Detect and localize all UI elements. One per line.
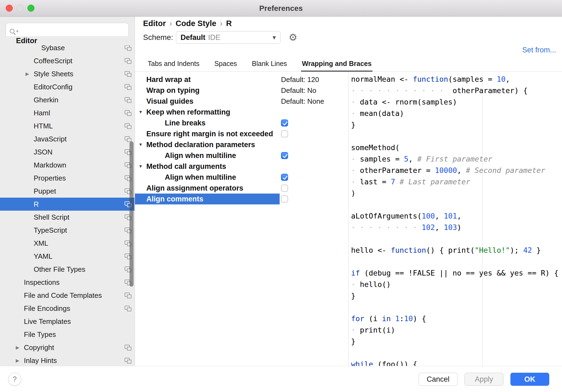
code-token: (samples = bbox=[448, 75, 497, 83]
setting-label-zone[interactable]: Align when multiline bbox=[135, 172, 280, 183]
sidebar-item-file-and-code-templates[interactable]: File and Code Templates bbox=[0, 289, 134, 302]
code-token bbox=[395, 178, 400, 186]
code-token: # First parameter bbox=[417, 155, 492, 163]
apply-button[interactable]: Apply bbox=[465, 373, 503, 386]
checkbox-line-breaks[interactable] bbox=[281, 119, 288, 127]
sidebar-item-xml[interactable]: XML bbox=[0, 237, 134, 250]
setting-label: Visual guides bbox=[135, 97, 194, 106]
code-token: print(i) bbox=[360, 326, 395, 334]
setting-label-zone[interactable]: Align when multiline bbox=[135, 150, 280, 161]
code-line: · · · · · · · · · · · otherParameter) { bbox=[351, 85, 562, 96]
sidebar-item-typescript[interactable]: TypeScript bbox=[0, 224, 134, 237]
search-filter-caret-icon: ▾ bbox=[16, 29, 18, 34]
tab-wrapping-and-braces[interactable]: Wrapping and Braces bbox=[301, 60, 372, 71]
tab-tabs-and-indents[interactable]: Tabs and Indents bbox=[147, 60, 200, 71]
per-language-badge-icon bbox=[125, 97, 130, 101]
checkbox-align-comments[interactable] bbox=[281, 195, 288, 203]
sidebar-item-file-encodings[interactable]: File Encodings bbox=[0, 302, 134, 315]
sidebar-item-copyright[interactable]: ▶Copyright bbox=[0, 341, 134, 354]
sidebar-item-live-templates[interactable]: Live Templates bbox=[0, 315, 134, 328]
sidebar-item-coffeescript[interactable]: CoffeeScript bbox=[0, 54, 134, 67]
sidebar-item-style-sheets[interactable]: ▶Style Sheets bbox=[0, 67, 134, 80]
setting-label-zone[interactable]: Ensure right margin is not exceeded bbox=[135, 128, 280, 139]
per-language-badge-icon bbox=[125, 227, 130, 232]
code-token: 10 bbox=[404, 314, 413, 323]
sidebar-item-yaml[interactable]: YAML bbox=[0, 250, 134, 263]
code-line: } bbox=[351, 119, 562, 131]
code-line: · last = 7 # Last parameter bbox=[351, 176, 562, 188]
sidebar-item-json[interactable]: JSON bbox=[0, 146, 134, 159]
sidebar-item-label: Inlay Hints bbox=[24, 356, 57, 365]
sidebar-item-javascript[interactable]: JavaScript bbox=[0, 132, 134, 146]
code-token: otherParameter = bbox=[360, 166, 435, 175]
ok-button[interactable]: OK bbox=[510, 373, 549, 386]
setting-label-zone[interactable]: Visual guides bbox=[135, 96, 280, 107]
setting-row-method-declaration-parameters: ▼Method declaration parameters bbox=[135, 139, 348, 150]
code-token: mean(data) bbox=[360, 109, 404, 118]
setting-label-zone[interactable]: ▼Method declaration parameters bbox=[135, 139, 280, 150]
sidebar-item-r[interactable]: R bbox=[0, 198, 134, 211]
sidebar-item-inlay-hints[interactable]: ▶Inlay Hints bbox=[0, 354, 134, 366]
search-input[interactable] bbox=[20, 27, 125, 35]
code-token: ) bbox=[457, 223, 461, 232]
breadcrumb: Editor›Code Style›R bbox=[143, 17, 232, 29]
code-token: ); bbox=[510, 246, 523, 254]
setting-label-zone[interactable]: Align assignment operators bbox=[135, 183, 280, 194]
setting-label-zone[interactable]: Hard wrap at bbox=[135, 74, 280, 85]
breadcrumb-item-r[interactable]: R bbox=[226, 19, 232, 28]
sidebar-item-properties[interactable]: Properties bbox=[0, 172, 134, 185]
sidebar-item-shell-script[interactable]: Shell Script bbox=[0, 211, 134, 224]
setting-label-zone[interactable]: ▼Keep when reformatting bbox=[135, 107, 280, 118]
code-line: · print(i) bbox=[351, 324, 562, 336]
scheme-select[interactable]: Default IDE ▾ bbox=[176, 31, 280, 44]
scheme-gear-icon[interactable]: ⚙ bbox=[289, 31, 297, 44]
sidebar-item-label: XML bbox=[34, 239, 48, 248]
code-token: } bbox=[351, 292, 355, 300]
checkbox-align-when-multiline[interactable] bbox=[281, 174, 288, 181]
code-token: } bbox=[351, 121, 355, 129]
setting-label: Align when multiline bbox=[135, 173, 236, 182]
breadcrumb-item-editor[interactable]: Editor bbox=[143, 19, 166, 28]
code-token: 103 bbox=[444, 223, 457, 232]
setting-label: Align assignment operators bbox=[135, 184, 243, 192]
code-token: while bbox=[351, 360, 373, 366]
setting-row-ensure-right-margin-is-not-exceeded: Ensure right margin is not exceeded bbox=[135, 128, 348, 139]
cancel-button[interactable]: Cancel bbox=[419, 373, 457, 386]
sidebar-item-label: CoffeeScript bbox=[34, 57, 72, 65]
sidebar-item-html[interactable]: HTML bbox=[0, 119, 134, 132]
set-from-link[interactable]: Set from... bbox=[522, 46, 556, 54]
checkbox-ensure-right-margin-is-not-exceeded[interactable] bbox=[281, 130, 288, 137]
code-token: · bbox=[351, 326, 360, 334]
sidebar-item-inspections[interactable]: Inspections bbox=[0, 276, 134, 289]
sidebar-item-markdown[interactable]: Markdown bbox=[0, 159, 134, 172]
sidebar-item-gherkin[interactable]: Gherkin bbox=[0, 93, 134, 106]
code-token: function bbox=[413, 75, 448, 83]
sidebar-item-label: Markdown bbox=[34, 161, 66, 169]
sidebar-section-editor[interactable]: Editor bbox=[0, 36, 134, 45]
sidebar-item-other-file-types[interactable]: Other File Types bbox=[0, 263, 134, 276]
code-token: (debug == !FALSE || no == yes && yes == … bbox=[360, 269, 559, 277]
setting-label-zone[interactable]: Align comments bbox=[135, 194, 280, 204]
setting-label-zone[interactable]: Wrap on typing bbox=[135, 85, 280, 96]
per-language-badge-icon bbox=[125, 254, 130, 258]
setting-label: Line breaks bbox=[135, 119, 206, 127]
setting-label-zone[interactable]: ▼Method call arguments bbox=[135, 161, 280, 172]
setting-label-zone[interactable]: Line breaks bbox=[135, 118, 280, 128]
sidebar-scrollbar[interactable] bbox=[130, 141, 134, 287]
help-button[interactable]: ? bbox=[8, 373, 21, 386]
checkbox-align-assignment-operators[interactable] bbox=[281, 185, 288, 192]
tab-blank-lines[interactable]: Blank Lines bbox=[251, 60, 288, 71]
sidebar-item-file-types[interactable]: File Types bbox=[0, 328, 134, 341]
breadcrumb-item-code-style[interactable]: Code Style bbox=[176, 19, 216, 28]
tab-spaces[interactable]: Spaces bbox=[213, 60, 238, 71]
code-token: 102 bbox=[422, 223, 435, 232]
per-language-badge-icon bbox=[125, 162, 130, 166]
sidebar-item-label: EditorConfig bbox=[34, 83, 72, 91]
titlebar[interactable]: Preferences bbox=[0, 0, 562, 17]
setting-row-align-assignment-operators: Align assignment operators bbox=[135, 183, 348, 194]
checkbox-align-when-multiline[interactable] bbox=[281, 152, 288, 159]
sidebar-item-editorconfig[interactable]: EditorConfig bbox=[0, 80, 134, 93]
sidebar-item-puppet[interactable]: Puppet bbox=[0, 185, 134, 198]
sidebar-item-label: File Types bbox=[24, 330, 56, 339]
sidebar-item-haml[interactable]: Haml bbox=[0, 106, 134, 119]
